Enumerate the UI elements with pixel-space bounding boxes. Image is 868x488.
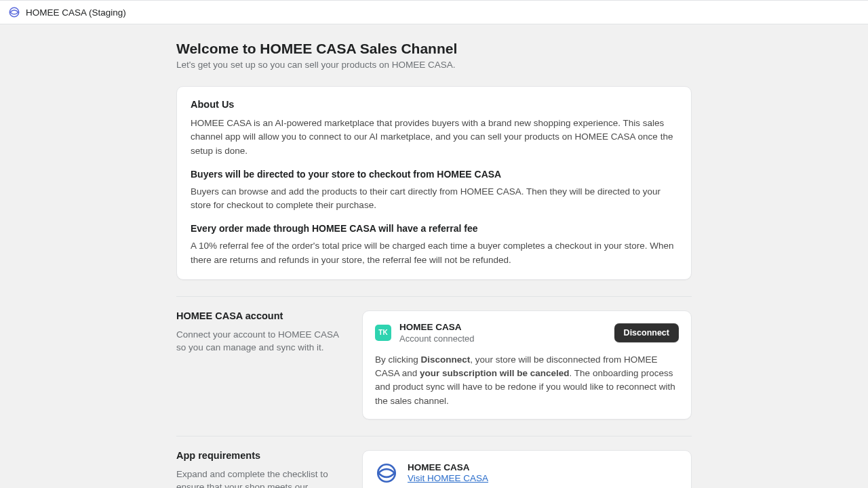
svg-point-0 [9,7,19,17]
about-heading: About Us [191,99,677,110]
about-text-2: Buyers can browse and add the products t… [191,185,677,213]
disconnect-warning-bold1: Disconnect [421,354,471,365]
requirements-section-title: App requirements [176,450,346,461]
avatar: TK [375,325,391,341]
about-text-1: HOMEE CASA is an AI-powered marketplace … [191,117,677,158]
page-content: Welcome to HOMEE CASA Sales Channel Let'… [176,41,692,488]
requirements-section: App requirements Expand and complete the… [176,436,692,488]
topbar-title: HOMEE CASA (Staging) [26,7,126,18]
svg-point-1 [378,464,395,482]
page-title: Welcome to HOMEE CASA Sales Channel [176,41,692,57]
account-card: TK HOMEE CASA Account connected Disconne… [362,310,692,420]
disconnect-warning-bold2: your subscription will be canceled [420,368,570,378]
page-subtitle: Let's get you set up so you can sell you… [176,60,692,70]
disconnect-button[interactable]: Disconnect [614,323,679,342]
disconnect-warning-part: By clicking [375,354,421,365]
account-section-desc: Connect your account to HOMEE CASA so yo… [176,328,346,354]
visit-link[interactable]: Visit HOMEE CASA [408,473,488,483]
topbar: HOMEE CASA (Staging) [0,0,868,24]
about-text-3: A 10% referral fee of the order's total … [191,239,677,267]
about-card: About Us HOMEE CASA is an AI-powered mar… [176,86,692,280]
account-section-title: HOMEE CASA account [176,310,346,321]
account-name: HOMEE CASA [399,322,606,332]
account-section: HOMEE CASA account Connect your account … [176,296,692,433]
about-subheading-1: Buyers will be directed to your store to… [191,169,677,180]
app-logo-icon [8,6,20,18]
requirements-name: HOMEE CASA [408,462,488,472]
about-subheading-2: Every order made through HOMEE CASA will… [191,223,677,234]
account-status: Account connected [399,333,606,344]
requirements-section-desc: Expand and complete the checklist to ens… [176,468,346,488]
brand-logo-icon [375,462,398,485]
requirements-card: HOMEE CASA Visit HOMEE CASA Meet HOMEE C… [362,450,692,488]
disconnect-warning: By clicking Disconnect, your store will … [375,353,679,408]
